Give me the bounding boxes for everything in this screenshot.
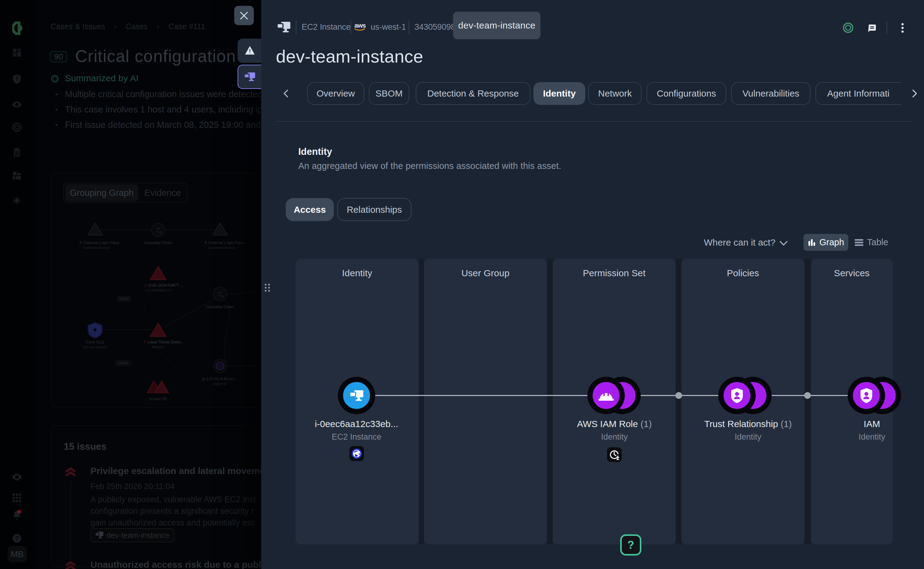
svg-text:aws: aws [354,22,366,29]
